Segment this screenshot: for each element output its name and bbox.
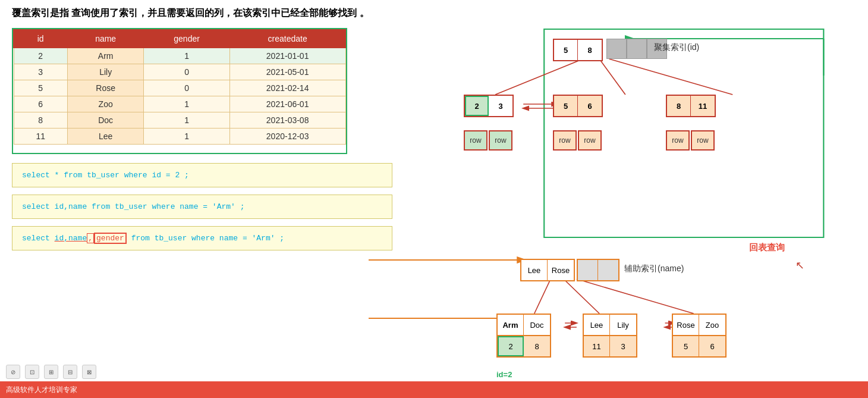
toolbar-icons: ⊘ ⊡ ⊞ ⊟ ⊠ (6, 365, 96, 379)
sql-q3-comma: , (87, 233, 94, 243)
aux-val-2: 2 (498, 336, 524, 356)
sql-q3-suffix: from tb_user where name = 'Arm' ; (127, 234, 284, 243)
id-label: id=2 (496, 370, 512, 379)
aux-zoo: Zoo (699, 315, 725, 335)
cell-gender: 0 (144, 64, 229, 80)
cell-gender: 1 (144, 129, 229, 145)
auxiliary-label: 辅助索引(name) (624, 264, 684, 274)
root-cell-5: 5 (554, 40, 578, 60)
l1-mid-cell-5: 5 (554, 96, 578, 116)
aux-root-lee: Lee (521, 260, 548, 280)
cluster-l1-left: 2 3 (464, 95, 514, 117)
aux-lee: Lee (584, 315, 610, 335)
aux-row-right: 5 6 (672, 335, 727, 358)
aux-doc: Doc (524, 315, 550, 335)
cell-createdate: 2021-03-08 (229, 112, 345, 129)
back-table-label: 回表查询 (749, 242, 785, 253)
left-panel: id name gender createdate 2Arm12021-01-0… (12, 28, 357, 397)
aux-val-5: 5 (673, 336, 699, 356)
cell-id: 6 (14, 96, 67, 112)
sql-box-2: select id,name from tb_user where name =… (12, 195, 392, 219)
bottom-bar: 高级软件人才培训专家 (0, 381, 868, 398)
aux-l1-right: Rose Zoo (672, 314, 727, 336)
col-header-id: id (14, 30, 67, 48)
cell-id: 5 (14, 80, 67, 96)
svg-line-12 (534, 279, 551, 314)
col-header-gender: gender (144, 30, 229, 48)
page-container: 覆盖索引是指 查询使用了索引，并且需要返回的列，在该索引中已经全部能够找到 。 … (0, 0, 868, 398)
l1-right-cell-8: 8 (667, 96, 691, 116)
data-table: id name gender createdate 2Arm12021-01-0… (13, 29, 346, 145)
aux-root-extra (577, 259, 619, 281)
cell-name: Lily (67, 64, 143, 80)
cell-id: 3 (14, 64, 67, 80)
aux-l1-mid: Lee Lily (583, 314, 637, 336)
col-header-name: name (67, 30, 143, 48)
aux-row-left: 2 8 (496, 335, 551, 358)
aux-l1-left: Arm Doc (496, 314, 551, 336)
toolbar-icon-1[interactable]: ⊘ (6, 365, 20, 379)
row-mid-2: row (578, 130, 602, 151)
gray-cell-2 (627, 39, 647, 59)
root-cell-8: 8 (578, 40, 602, 60)
data-table-wrapper: id name gender createdate 2Arm12021-01-0… (12, 28, 347, 154)
cell-createdate: 2020-12-03 (229, 129, 345, 145)
content-area: id name gender createdate 2Arm12021-01-0… (12, 28, 856, 397)
cell-gender: 1 (144, 96, 229, 112)
toolbar-icon-3[interactable]: ⊞ (44, 365, 58, 379)
cell-gender: 0 (144, 80, 229, 96)
cluster-l1-mid: 5 6 (553, 95, 603, 117)
l1-right-cell-11: 11 (691, 96, 715, 116)
cell-name: Rose (67, 80, 143, 96)
sql-box-3: select id,name,gender from tb_user where… (12, 226, 392, 250)
row-left-1: row (464, 130, 488, 151)
clustered-label: 聚集索引(id) (654, 42, 699, 53)
toolbar-icon-5[interactable]: ⊠ (82, 365, 96, 379)
row-right-2: row (691, 130, 715, 151)
aux-lily: Lily (610, 315, 636, 335)
cluster-l1-right: 8 11 (666, 95, 716, 117)
sql-q3-prefix: select (22, 234, 55, 243)
aux-arm: Arm (498, 315, 524, 335)
bottom-bar-text: 高级软件人才培训专家 (6, 385, 77, 395)
cell-createdate: 2021-05-01 (229, 64, 345, 80)
cell-name: Zoo (67, 96, 143, 112)
l1-mid-cell-6: 6 (578, 96, 602, 116)
aux-row-mid: 11 3 (583, 335, 637, 358)
table-row: 2Arm12021-01-01 (14, 48, 345, 64)
row-mid-1: row (553, 130, 577, 151)
cell-id: 2 (14, 48, 67, 64)
toolbar-icon-4[interactable]: ⊟ (63, 365, 77, 379)
aux-val-8: 8 (524, 336, 550, 356)
cell-name: Lee (67, 129, 143, 145)
cursor-icon: ↖ (795, 259, 804, 272)
row-right-1: row (666, 130, 690, 151)
sql-q3-gender: gender (94, 233, 127, 244)
sql-q1-text: select * from tb_user where id = 2 ; (22, 171, 189, 180)
right-panel: 5 8 聚集索引(id) 2 3 5 6 8 (369, 28, 856, 397)
cell-id: 8 (14, 112, 67, 129)
cell-createdate: 2021-02-14 (229, 80, 345, 96)
cell-id: 11 (14, 129, 67, 145)
cell-createdate: 2021-01-01 (229, 48, 345, 64)
cell-name: Doc (67, 112, 143, 129)
cell-gender: 1 (144, 112, 229, 129)
aux-gray-1 (578, 260, 598, 280)
row-left-2: row (489, 130, 512, 151)
aux-val-11: 11 (584, 336, 610, 356)
sql-box-1: select * from tb_user where id = 2 ; (12, 163, 392, 187)
aux-root-rose: Rose (548, 260, 574, 280)
svg-line-14 (577, 279, 694, 314)
toolbar-icon-2[interactable]: ⊡ (25, 365, 39, 379)
aux-val-6: 6 (699, 336, 725, 356)
svg-line-13 (564, 279, 599, 314)
sql-q3-id: id,name (55, 234, 87, 243)
svg-line-1 (495, 59, 583, 95)
svg-line-2 (599, 59, 625, 95)
cell-createdate: 2021-06-01 (229, 96, 345, 112)
col-header-createdate: createdate (229, 30, 345, 48)
aux-val-3: 3 (610, 336, 636, 356)
table-row: 5Rose02021-02-14 (14, 80, 345, 96)
cell-name: Arm (67, 48, 143, 64)
sql-q2-text: select id,name from tb_user where name =… (22, 202, 244, 211)
